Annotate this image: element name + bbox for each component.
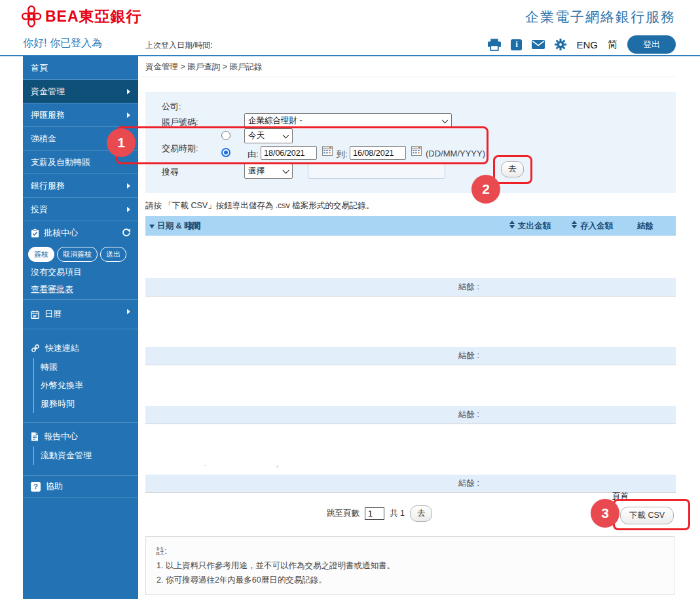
today-radio[interactable] xyxy=(221,131,230,140)
sidebar-item-help[interactable]: ? 協助 xyxy=(23,475,138,498)
date-range-radio[interactable] xyxy=(221,148,230,157)
stray-mark: 、 xyxy=(204,458,211,468)
to-date-calendar-icon[interactable] xyxy=(411,146,422,158)
account-label: 賬戶號碼: xyxy=(162,117,198,128)
search-input[interactable] xyxy=(308,164,445,179)
search-type-select[interactable]: 選擇 xyxy=(244,164,293,179)
report-center-group: 流動資金管理 xyxy=(33,446,138,465)
to-label: 到: xyxy=(337,149,348,160)
quick-links-group: 轉賬 外幣兌換率 服務時間 xyxy=(33,358,138,413)
sidebar-item-trade-services[interactable]: 押匯服務 xyxy=(23,103,138,127)
report-center-header[interactable]: 報告中心 xyxy=(23,428,138,445)
submenu-arrow-icon xyxy=(127,207,130,212)
from-date-input[interactable] xyxy=(261,146,317,160)
column-debit[interactable]: 支出金額 xyxy=(518,216,551,236)
header-actions: i xyxy=(488,35,676,54)
sidebar-separator xyxy=(23,422,138,423)
go-button[interactable]: 去 xyxy=(501,161,524,177)
chevron-down-icon xyxy=(283,132,289,139)
total-pages-label: 共 1 xyxy=(390,508,405,519)
pagination: 跳至頁數 共 1 去 xyxy=(327,505,432,522)
sidebar-approval-center[interactable]: 批核中心 xyxy=(23,221,138,244)
notes-title: 註: xyxy=(157,544,663,558)
stray-mark: ， xyxy=(274,460,281,469)
printer-icon[interactable] xyxy=(488,39,501,51)
quick-links-header[interactable]: 快速連結 xyxy=(23,340,138,357)
breadcrumb: 資金管理 > 賬戶查詢 > 賬戶記錄 xyxy=(138,56,676,77)
sort-both-icon[interactable] xyxy=(509,221,515,228)
language-english[interactable]: ENG xyxy=(576,39,598,50)
submenu-arrow-icon xyxy=(127,309,130,314)
quick-link-fx-rates[interactable]: 外幣兌換率 xyxy=(34,376,138,395)
from-date-calendar-icon[interactable] xyxy=(322,146,333,158)
logout-button[interactable]: 登出 xyxy=(627,35,676,54)
column-item: 項目 xyxy=(185,216,202,236)
submenu-arrow-icon xyxy=(127,89,130,94)
note-line-1: 1. 以上資料只作參考用途，並不可以作為交易之證明書或通知書。 xyxy=(157,558,663,573)
link-icon xyxy=(31,344,40,353)
bea-logo-icon xyxy=(22,5,41,27)
sort-both-icon[interactable] xyxy=(572,221,578,228)
sidebar-item-investment[interactable]: 投資 xyxy=(23,198,138,221)
greeting-text: 你好! 你已登入為 xyxy=(23,37,102,50)
sidebar-item-home[interactable]: 首頁 xyxy=(23,56,138,80)
from-label: 由: xyxy=(248,149,259,160)
download-hint-text: 請按 「下載 CSV」按鈕導出儲存為 .csv 檔案形式的交易記錄。 xyxy=(145,200,374,211)
cancel-sign-button[interactable]: 取消簽核 xyxy=(57,247,98,262)
chevron-down-icon xyxy=(283,168,289,174)
quick-link-service-hours[interactable]: 服務時間 xyxy=(34,395,138,413)
download-csv-button[interactable]: 下載 CSV xyxy=(620,507,674,524)
last-login-label: 上次登入日期/時間: xyxy=(145,40,213,51)
balance-row: 結餘 : xyxy=(145,278,676,297)
submenu-arrow-icon xyxy=(127,113,130,118)
send-button[interactable]: 送出 xyxy=(100,247,126,262)
pagination-go-button[interactable]: 去 xyxy=(410,505,433,522)
no-transaction-text: 沒有交易項目 xyxy=(23,264,138,281)
date-format-hint: (DD/MM/YYYY) xyxy=(426,149,485,158)
today-select[interactable]: 今天 xyxy=(244,128,293,143)
column-balance: 結餘 xyxy=(637,216,654,236)
bea-logo-text: BEA東亞銀行 xyxy=(45,7,142,27)
refresh-icon[interactable] xyxy=(122,228,130,237)
bea-logo: BEA東亞銀行 xyxy=(22,5,142,27)
clipboard-icon xyxy=(31,228,39,238)
help-icon: ? xyxy=(31,482,41,492)
language-simplified[interactable]: 简 xyxy=(608,39,617,51)
company-label: 公司: xyxy=(162,101,181,113)
annotation-step-3: 3 xyxy=(591,499,619,528)
table-header: 日期 & 時間 項目 支出金額 存入金額 結餘 xyxy=(145,216,676,236)
submenu-arrow-icon xyxy=(127,183,130,189)
annotation-step-1: 1 xyxy=(107,128,136,157)
sort-desc-icon[interactable] xyxy=(149,225,155,228)
page-number-input[interactable] xyxy=(365,507,384,520)
info-icon[interactable]: i xyxy=(511,39,522,50)
chevron-down-icon xyxy=(442,117,449,124)
balance-row: 結餘 : xyxy=(145,475,676,493)
balance-row: 結餘 : xyxy=(145,406,676,424)
approval-buttons: 簽核 取消簽核 送出 xyxy=(23,244,138,264)
sidebar-item-calendar[interactable]: 日曆 xyxy=(23,299,138,329)
mail-icon[interactable] xyxy=(532,40,545,49)
greeting-bar: 你好! 你已登入為 上次登入日期/時間: i xyxy=(0,34,700,55)
sidebar-item-banking-services[interactable]: 銀行服務 xyxy=(23,174,138,198)
annotation-step-2: 2 xyxy=(471,175,500,204)
period-label: 交易時期: xyxy=(162,143,198,154)
to-date-input[interactable] xyxy=(350,146,406,160)
filter-panel: 公司: 賬戶號碼: 企業綜合理財 - 交易時期: 今天 由: xyxy=(145,92,676,193)
gear-icon[interactable] xyxy=(555,39,566,50)
balance-row: 結餘 : xyxy=(145,347,676,365)
notes-panel: 註: 1. 以上資料只作參考用途，並不可以作為交易之證明書或通知書。 2. 你可… xyxy=(145,536,674,595)
sidebar-item-cash-management[interactable]: 資金管理 xyxy=(23,80,138,103)
sign-button[interactable]: 簽核 xyxy=(28,247,54,262)
document-icon xyxy=(31,432,39,441)
report-link-liquidity[interactable]: 流動資金管理 xyxy=(34,446,138,465)
jump-to-page-label: 跳至頁數 xyxy=(327,508,359,519)
account-select[interactable]: 企業綜合理財 - xyxy=(244,113,452,128)
portal-title: 企業電子網絡銀行服務 xyxy=(525,8,676,26)
column-credit[interactable]: 存入金額 xyxy=(580,216,613,236)
quick-link-transfer[interactable]: 轉賬 xyxy=(34,358,138,376)
note-line-2: 2. 你可搜尋過往2年内最多60曆日的交易記錄。 xyxy=(157,573,663,587)
view-approval-link[interactable]: 查看審批表 xyxy=(23,281,138,298)
search-label: 搜尋 xyxy=(162,166,179,178)
back-to-top-link[interactable]: 頁首 xyxy=(612,491,629,502)
